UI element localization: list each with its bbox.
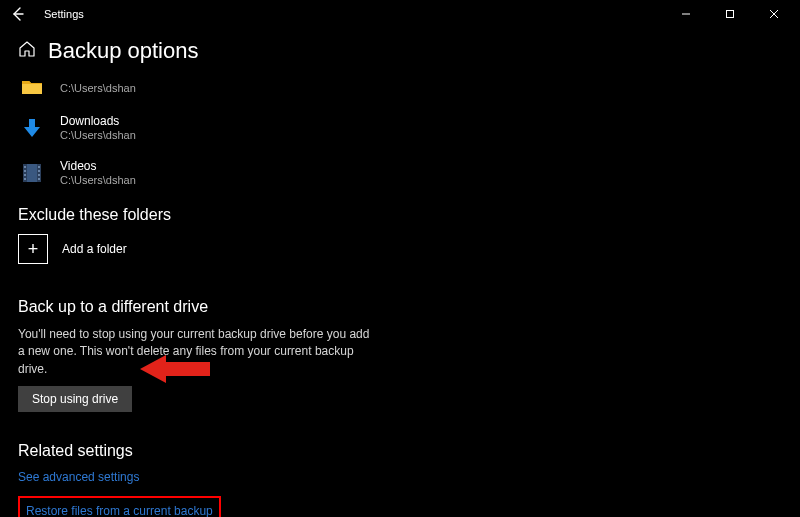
folder-info: Downloads C:\Users\dshan [60, 114, 136, 141]
stop-using-drive-button[interactable]: Stop using drive [18, 386, 132, 412]
svg-rect-10 [24, 174, 26, 176]
minimize-button[interactable] [664, 0, 708, 28]
section-heading-different-drive: Back up to a different drive [18, 298, 782, 316]
folder-path: C:\Users\dshan [60, 174, 136, 186]
folder-name: Downloads [60, 114, 136, 128]
svg-rect-13 [38, 170, 40, 172]
close-icon [769, 9, 779, 19]
svg-rect-12 [38, 166, 40, 168]
advanced-settings-link[interactable]: See advanced settings [18, 470, 139, 484]
svg-marker-17 [140, 355, 210, 383]
svg-rect-14 [38, 174, 40, 176]
folder-info: Videos C:\Users\dshan [60, 159, 136, 186]
maximize-icon [725, 9, 735, 19]
window-controls [664, 0, 796, 28]
section-heading-exclude: Exclude these folders [18, 206, 782, 224]
download-icon [18, 117, 46, 139]
folder-item[interactable]: Downloads C:\Users\dshan [18, 114, 782, 141]
folder-icon [18, 78, 46, 96]
page-title: Backup options [48, 38, 198, 64]
folder-item[interactable]: Videos C:\Users\dshan [18, 159, 782, 186]
close-button[interactable] [752, 0, 796, 28]
folder-name: Videos [60, 159, 136, 173]
add-folder-button[interactable]: + Add a folder [18, 234, 782, 264]
folder-path: C:\Users\dshan [60, 82, 136, 94]
content: C:\Users\dshan Downloads C:\Users\dshan … [0, 78, 800, 517]
back-button[interactable] [4, 7, 32, 21]
svg-rect-2 [727, 11, 734, 18]
minimize-icon [681, 9, 691, 19]
annotation-arrow [140, 353, 210, 388]
svg-rect-9 [24, 170, 26, 172]
svg-rect-15 [38, 178, 40, 180]
section-heading-related: Related settings [18, 442, 782, 460]
svg-rect-8 [24, 166, 26, 168]
maximize-button[interactable] [708, 0, 752, 28]
page-header: Backup options [0, 28, 800, 78]
home-icon[interactable] [18, 40, 36, 62]
videos-icon [18, 163, 46, 183]
window-title: Settings [44, 8, 84, 20]
svg-rect-11 [24, 178, 26, 180]
folder-path: C:\Users\dshan [60, 129, 136, 141]
plus-icon: + [18, 234, 48, 264]
titlebar: Settings [0, 0, 800, 28]
arrow-left-icon [11, 7, 25, 21]
arrow-icon [140, 353, 210, 385]
folder-item[interactable]: C:\Users\dshan [18, 78, 782, 96]
folder-info: C:\Users\dshan [60, 81, 136, 94]
restore-files-link[interactable]: Restore files from a current backup [18, 496, 221, 517]
add-folder-label: Add a folder [62, 242, 127, 256]
